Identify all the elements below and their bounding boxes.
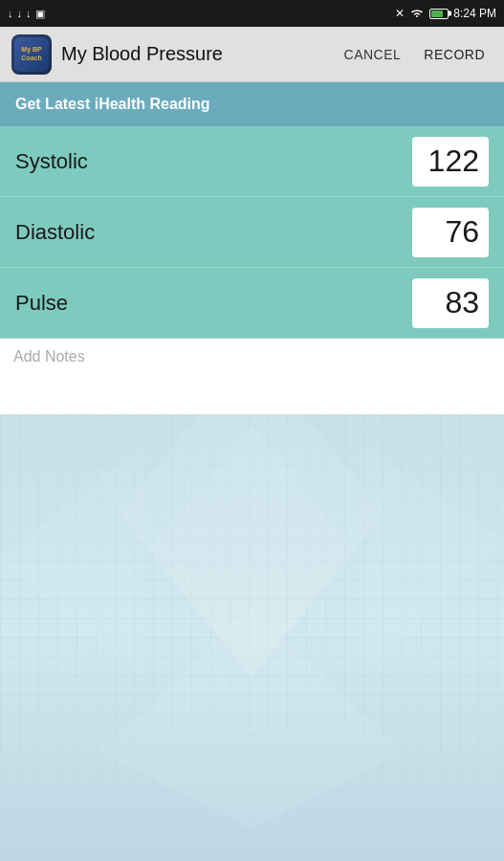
image-icon: ▣ bbox=[35, 8, 45, 20]
action-buttons: CANCEL RECORD bbox=[337, 41, 493, 68]
status-bar: ↓ ↓ ↓ ▣ ✕ 8:24 PM bbox=[0, 0, 504, 27]
pulse-value: 83 bbox=[445, 285, 479, 320]
diastolic-label: Diastolic bbox=[15, 220, 95, 245]
systolic-value-box[interactable]: 122 bbox=[412, 137, 489, 187]
ihealth-banner: Get Latest iHealth Reading bbox=[0, 82, 504, 126]
pulse-value-box[interactable]: 83 bbox=[412, 278, 489, 328]
diastolic-row: Diastolic 76 bbox=[0, 197, 504, 268]
cancel-button[interactable]: CANCEL bbox=[337, 41, 409, 68]
wifi-icon bbox=[409, 7, 425, 21]
app-title: My Blood Pressure bbox=[61, 43, 223, 65]
download-icon-3: ↓ bbox=[26, 8, 32, 19]
main-content: Get Latest iHealth Reading Systolic 122 … bbox=[0, 82, 504, 415]
pulse-label: Pulse bbox=[15, 291, 68, 316]
systolic-value: 122 bbox=[428, 144, 479, 179]
svg-marker-5 bbox=[101, 608, 402, 828]
download-icon-1: ↓ bbox=[8, 8, 13, 19]
ihealth-banner-text: Get Latest iHealth Reading bbox=[15, 96, 210, 113]
record-button[interactable]: RECORD bbox=[416, 41, 493, 68]
action-bar: My BPCoach My Blood Pressure CANCEL RECO… bbox=[0, 27, 504, 82]
status-right-icons: ✕ 8:24 PM bbox=[395, 7, 496, 21]
svg-marker-4 bbox=[361, 446, 504, 675]
no-signal-icon: ✕ bbox=[395, 7, 405, 20]
app-icon: My BPCoach bbox=[11, 34, 52, 75]
app-info: My BPCoach My Blood Pressure bbox=[11, 34, 223, 75]
battery-icon bbox=[429, 9, 449, 19]
status-time: 8:24 PM bbox=[453, 7, 496, 20]
notes-placeholder: Add Notes bbox=[13, 348, 85, 364]
pulse-row: Pulse 83 bbox=[0, 268, 504, 339]
svg-marker-3 bbox=[0, 446, 143, 675]
notes-area[interactable]: Add Notes bbox=[0, 339, 504, 415]
download-icon-2: ↓ bbox=[17, 8, 23, 19]
systolic-row: Systolic 122 bbox=[0, 126, 504, 197]
diastolic-value-box[interactable]: 76 bbox=[412, 208, 489, 257]
diastolic-value: 76 bbox=[445, 214, 479, 250]
systolic-label: Systolic bbox=[15, 149, 88, 174]
status-left-icons: ↓ ↓ ↓ ▣ bbox=[8, 8, 45, 20]
